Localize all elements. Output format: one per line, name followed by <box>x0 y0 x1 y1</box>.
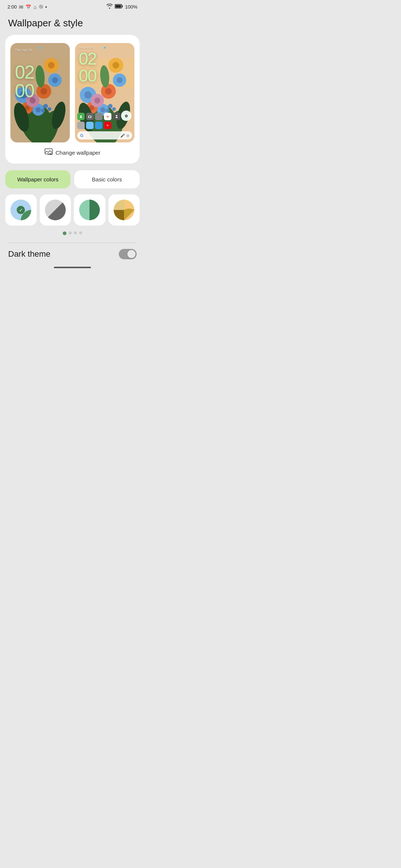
swatch-card-2[interactable] <box>40 194 71 226</box>
google-logo: G <box>80 133 84 138</box>
app-icon-person <box>113 113 120 120</box>
app-icon-waze <box>86 122 94 129</box>
pagination-dots <box>0 231 145 235</box>
svg-rect-2 <box>115 5 121 8</box>
svg-point-53 <box>80 115 82 117</box>
change-wallpaper-label: Change wallpaper <box>56 149 101 156</box>
wallpaper-previews: Tue, Apr 26 0200 <box>13 43 131 142</box>
app-icon-2 <box>77 122 85 129</box>
floating-icon: ✿ <box>121 111 131 121</box>
notification-dot: • <box>45 4 47 10</box>
dark-theme-toggle[interactable] <box>119 249 137 259</box>
svg-rect-57 <box>45 149 52 154</box>
home-screen-overlay: Tue, Apr 26 0200 <box>75 43 134 142</box>
page-title: Wallpaper & style <box>8 17 137 29</box>
battery-percent: 100% <box>125 4 137 10</box>
svg-rect-1 <box>122 6 123 7</box>
gmail-icon: ✉ <box>19 4 23 10</box>
wifi-icon <box>107 4 113 10</box>
lock-screen-preview[interactable]: Tue, Apr 26 0200 <box>10 43 70 142</box>
status-right: 100% <box>107 4 137 10</box>
swatch-2-circle <box>45 200 66 220</box>
app-icon-gmail: M <box>104 113 111 120</box>
tab-wallpaper-colors[interactable]: Wallpaper colors <box>5 170 71 188</box>
bottom-nav-bar <box>54 267 91 268</box>
page-dot-4 <box>79 231 82 234</box>
selected-checkmark: ✓ <box>17 206 25 214</box>
page-dot-2 <box>69 231 72 234</box>
swatch-3-circle <box>79 200 100 220</box>
status-left: 2:00 ✉ 📅 ⌂ Ⓝ • <box>7 4 47 10</box>
battery-icon <box>115 4 123 10</box>
lock-date: Tue, Apr 26 <box>15 48 32 52</box>
swatch-card-3[interactable] <box>74 194 105 226</box>
dark-theme-row: Dark theme <box>0 243 145 264</box>
svg-point-56 <box>116 115 117 116</box>
calendar-icon: 📅 <box>26 4 31 10</box>
page-dot-1 <box>63 231 66 235</box>
app-icon-netflix: N <box>104 122 111 129</box>
swatch-card-4[interactable] <box>108 194 140 226</box>
color-tabs: Wallpaper colors Basic colors <box>5 170 140 188</box>
time-display: 2:00 <box>7 4 17 10</box>
app-icon-1 <box>95 113 102 120</box>
mic-icon: 🎤 <box>120 134 125 138</box>
status-bar: 2:00 ✉ 📅 ⌂ Ⓝ • 100% <box>0 0 145 12</box>
svg-point-55 <box>89 116 91 118</box>
home-screen-preview[interactable]: Tue, Apr 26 0200 <box>75 43 134 142</box>
home-icon: ⌂ <box>33 4 36 10</box>
lens-icon: ⊙ <box>126 134 129 138</box>
nyt-icon: Ⓝ <box>39 4 43 10</box>
dark-theme-label: Dark theme <box>8 249 50 259</box>
wallpaper-preview-card: Tue, Apr 26 0200 <box>5 35 140 164</box>
wallpaper-change-icon <box>45 148 53 157</box>
app-icon-maps <box>77 113 85 120</box>
home-time: 0200 <box>79 50 131 84</box>
swatch-1-circle: ✓ <box>10 200 31 220</box>
lock-screen-overlay: Tue, Apr 26 0200 <box>10 43 70 142</box>
app-icon-camera <box>86 113 94 120</box>
swatch-card-1[interactable]: ✓ <box>5 194 37 226</box>
color-swatches-container: ✓ <box>5 194 140 226</box>
app-icon-3 <box>95 122 102 129</box>
tab-basic-colors[interactable]: Basic colors <box>74 170 140 188</box>
search-bar[interactable]: G 🎤 ⊙ <box>77 131 132 139</box>
page-title-container: Wallpaper & style <box>0 12 145 35</box>
swatch-4-circle <box>114 200 134 220</box>
toggle-knob <box>127 250 136 258</box>
lock-time: 0200 <box>15 63 34 100</box>
change-wallpaper-button[interactable]: Change wallpaper <box>13 148 131 157</box>
page-dot-3 <box>74 231 77 234</box>
